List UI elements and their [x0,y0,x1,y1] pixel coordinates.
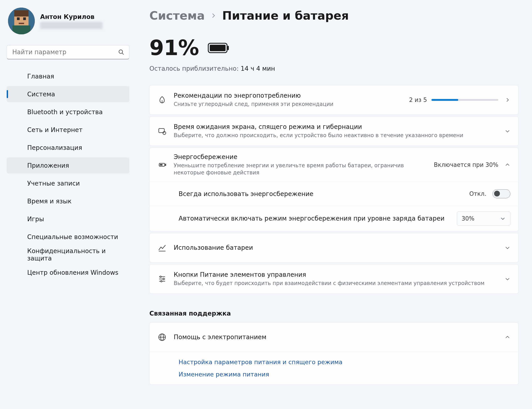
nav-apps[interactable]: Приложения [7,158,129,174]
nav-accounts[interactable]: Учетные записи [7,175,129,191]
nav-label: Игры [27,215,44,223]
svg-rect-17 [160,164,163,166]
row-title: Автоматически включать режим энергосбере… [179,215,457,222]
nav-system[interactable]: Система [7,86,129,102]
svg-rect-5 [19,23,24,24]
row-battery-usage[interactable]: Использование батареи [150,233,518,262]
row-title: Помощь с электропитанием [174,333,504,341]
row-energy-recommendations[interactable]: Рекомендации по энергопотреблению Снизьт… [150,85,518,114]
chevron-down-icon [504,276,510,282]
svg-rect-6 [12,25,30,34]
row-screen-sleep[interactable]: Время ожидания экрана, спящего режима и … [150,117,518,146]
row-help-power[interactable]: Помощь с электропитанием [150,323,518,352]
svg-rect-4 [23,17,26,20]
nav-label: Время и язык [27,198,72,205]
card-screen-sleep: Время ожидания экрана, спящего режима и … [149,116,519,146]
sliders-icon [158,275,166,283]
screen-sleep-icon [158,127,166,136]
nav-personalization[interactable]: Персонализация [7,139,129,156]
battery-eta: Осталось приблизительно: 14 ч 4 мин [149,65,519,72]
search-container [7,45,129,59]
svg-rect-3 [17,17,20,20]
chart-line-icon [158,243,166,252]
row-title: Энергосбережение [174,153,434,161]
row-title: Время ожидания экрана, спящего режима и … [174,123,504,130]
row-energy-saver[interactable]: Энергосбережение Уменьшите потребление э… [150,148,518,182]
chevron-up-icon [504,162,510,168]
breadcrumb-parent[interactable]: Система [149,9,205,22]
svg-rect-10 [210,45,226,51]
rec-progress-label: 2 из 5 [409,97,427,103]
profile[interactable]: Антон Курилов [7,8,129,41]
chevron-right-icon [504,97,510,103]
nav-label: Приложения [27,162,69,169]
nav-label: Система [27,91,55,98]
card-power-controls: Кнопки Питание элементов управления Выбе… [149,264,519,294]
breadcrumb-current: Питание и батарея [222,9,349,22]
nav-home[interactable]: Главная [7,68,129,84]
row-desc: Снизьте углеродный след, применяя эти ре… [174,101,409,108]
always-saver-toggle[interactable] [493,189,510,198]
svg-point-24 [161,280,162,282]
nav-privacy[interactable]: Конфиденциальность и защита [7,247,129,263]
select-value: 30% [461,215,475,222]
nav-accessibility[interactable]: Специальные возможности [7,229,129,245]
row-title: Рекомендации по энергопотреблению [174,92,409,99]
svg-point-23 [163,278,164,280]
nav-label: Сеть и Интернет [27,126,83,134]
support-heading: Связанная поддержка [149,310,519,317]
globe-icon [158,333,166,342]
rec-progress: 2 из 5 [409,97,498,103]
nav-label: Главная [27,73,54,80]
battery-summary: 91% [149,36,519,60]
nav-windows-update[interactable]: Центр обновления Windows [7,264,129,280]
nav-label: Учетные записи [27,180,80,187]
row-title: Всегда использовать энергосбережение [179,190,469,198]
chevron-right-icon [210,12,217,19]
eta-prefix: Осталось приблизительно: [149,65,238,72]
eta-value: 14 ч 4 мин [241,65,275,72]
svg-rect-2 [14,10,28,17]
energy-saver-icon [158,160,166,169]
toggle-state-label: Откл. [469,190,486,197]
svg-rect-11 [228,46,229,50]
card-energy-recommendations: Рекомендации по энергопотреблению Снизьт… [149,85,519,115]
link-configure-power-sleep[interactable]: Настройка параметров питания и спящего р… [179,359,510,365]
svg-line-8 [122,53,124,55]
nav-label: Персонализация [27,144,82,151]
svg-point-22 [160,276,161,278]
chevron-down-icon [500,216,506,222]
search-icon [118,49,124,55]
nav-time-language[interactable]: Время и язык [7,193,129,209]
row-title: Использование батареи [174,244,504,251]
nav-gaming[interactable]: Игры [7,211,129,227]
nav-label: Специальные возможности [27,233,118,241]
nav-label: Bluetooth и устройства [27,108,103,116]
nav-list: Главная Система Bluetooth и устройства С… [7,68,129,280]
link-change-power-mode[interactable]: Изменение режима питания [179,371,510,378]
nav-bluetooth[interactable]: Bluetooth и устройства [7,104,129,120]
row-desc: Выберите, что будет происходить при взаи… [174,280,504,287]
nav-network[interactable]: Сеть и Интернет [7,122,129,138]
help-links: Настройка параметров питания и спящего р… [150,352,518,384]
row-power-controls[interactable]: Кнопки Питание элементов управления Выбе… [150,264,518,293]
leaf-icon [158,95,166,104]
auto-saver-select[interactable]: 30% [457,211,510,226]
sidebar: Антон Курилов Главная Система Bluetooth … [0,0,136,409]
card-help-power: Помощь с электропитанием Настройка парам… [149,323,519,385]
battery-icon [208,43,229,53]
chevron-down-icon [504,245,510,251]
profile-email-blurred [40,22,102,29]
row-auto-saver: Автоматически включать режим энергосбере… [150,206,518,231]
chevron-up-icon [504,334,510,340]
card-battery-usage: Использование батареи [149,233,519,262]
svg-point-7 [119,50,123,54]
search-input[interactable] [7,45,129,59]
row-always-saver: Всегда использовать энергосбережение Отк… [150,182,518,206]
row-title: Кнопки Питание элементов управления [174,271,504,278]
card-energy-saver: Энергосбережение Уменьшите потребление э… [149,148,519,231]
content: Система Питание и батарея 91% Осталось п… [136,0,532,409]
avatar [8,8,35,34]
breadcrumb: Система Питание и батарея [149,9,519,22]
chevron-down-icon [504,128,510,134]
